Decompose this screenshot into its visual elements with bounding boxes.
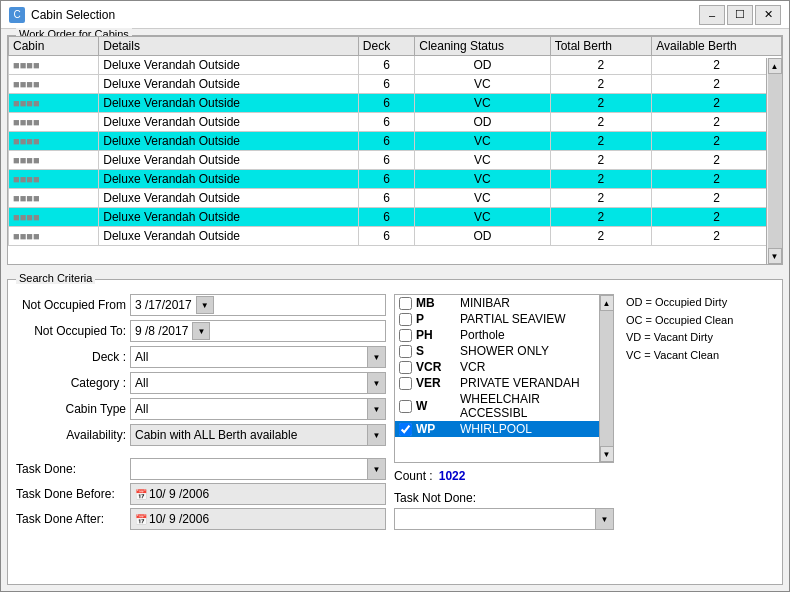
scroll-down-button[interactable]: ▼ (768, 248, 782, 264)
col-details-header: Details (99, 37, 359, 56)
amenity-label: PARTIAL SEAVIEW (460, 312, 566, 326)
table-row[interactable]: ■■■■ Deluxe Verandah Outside 6 VC 2 2 (9, 208, 782, 227)
details-cell: Deluxe Verandah Outside (99, 170, 359, 189)
amenity-checkbox[interactable] (399, 329, 412, 342)
not-occupied-from-label: Not Occupied From (16, 298, 126, 312)
table-row[interactable]: ■■■■ Deluxe Verandah Outside 6 OD 2 2 (9, 113, 782, 132)
deck-dropdown-arrow[interactable]: ▼ (367, 347, 385, 367)
cleaning-cell: VC (415, 170, 550, 189)
task-done-row: Task Done: ▼ (16, 458, 386, 480)
deck-row: Deck : All ▼ (16, 346, 386, 368)
task-done-before-input[interactable]: 📅 10/ 9 /2006 (130, 483, 386, 505)
table-row[interactable]: ■■■■ Deluxe Verandah Outside 6 OD 2 2 (9, 56, 782, 75)
amenity-checkbox[interactable] (399, 313, 412, 326)
table-row[interactable]: ■■■■ Deluxe Verandah Outside 6 VC 2 2 (9, 132, 782, 151)
checkbox-item[interactable]: S SHOWER ONLY (395, 343, 613, 359)
checkbox-item[interactable]: PH Porthole (395, 327, 613, 343)
checkbox-item[interactable]: VCR VCR (395, 359, 613, 375)
table-row[interactable]: ■■■■ Deluxe Verandah Outside 6 VC 2 2 (9, 75, 782, 94)
maximize-button[interactable]: ☐ (727, 5, 753, 25)
not-occupied-from-dropdown[interactable]: ▼ (196, 296, 214, 314)
amenity-checkbox[interactable] (399, 400, 412, 413)
close-button[interactable]: ✕ (755, 5, 781, 25)
cleaning-cell: VC (415, 94, 550, 113)
availability-row: Availability: Cabin with ALL Berth avail… (16, 424, 386, 446)
task-not-done-section: Task Not Done: ▼ (394, 491, 614, 530)
available-berth-cell: 2 (652, 170, 782, 189)
available-berth-cell: 2 (652, 189, 782, 208)
available-berth-cell: 2 (652, 227, 782, 246)
table-row[interactable]: ■■■■ Deluxe Verandah Outside 6 VC 2 2 (9, 189, 782, 208)
scroll-track[interactable] (768, 74, 782, 248)
window-controls: – ☐ ✕ (699, 5, 781, 25)
table-row[interactable]: ■■■■ Deluxe Verandah Outside 6 VC 2 2 (9, 94, 782, 113)
checkbox-item[interactable]: P PARTIAL SEAVIEW (395, 311, 613, 327)
table-scrollbar[interactable]: ▲ ▼ (766, 58, 782, 264)
cb-scroll-track[interactable] (600, 311, 614, 446)
not-occupied-to-input[interactable]: 9 /8 /2017 ▼ (130, 320, 386, 342)
checkbox-container: MB MINIBAR P PARTIAL SEAVIEW PH Porthole… (395, 295, 613, 437)
not-occupied-to-dropdown[interactable]: ▼ (192, 322, 210, 340)
availability-value: Cabin with ALL Berth available (131, 428, 367, 442)
col-cabin-header: Cabin (9, 37, 99, 56)
available-berth-cell: 2 (652, 151, 782, 170)
deck-select[interactable]: All ▼ (130, 346, 386, 368)
cabin-cell: ■■■■ (9, 94, 99, 113)
not-occupied-from-row: Not Occupied From 3 /17/2017 ▼ (16, 294, 386, 316)
cleaning-cell: OD (415, 227, 550, 246)
table-row[interactable]: ■■■■ Deluxe Verandah Outside 6 VC 2 2 (9, 151, 782, 170)
checkbox-item[interactable]: W WHEELCHAIR ACCESSIBL (395, 391, 613, 421)
cabin-type-dropdown-arrow[interactable]: ▼ (367, 399, 385, 419)
details-cell: Deluxe Verandah Outside (99, 151, 359, 170)
details-cell: Deluxe Verandah Outside (99, 227, 359, 246)
details-cell: Deluxe Verandah Outside (99, 208, 359, 227)
not-occupied-from-input[interactable]: 3 /17/2017 ▼ (130, 294, 386, 316)
task-not-done-select[interactable]: ▼ (394, 508, 614, 530)
cleaning-cell: OD (415, 113, 550, 132)
amenity-checkbox[interactable] (399, 377, 412, 390)
category-dropdown-arrow[interactable]: ▼ (367, 373, 385, 393)
deck-cell: 6 (358, 132, 414, 151)
amenity-checkbox[interactable] (399, 423, 412, 436)
category-select[interactable]: All ▼ (130, 372, 386, 394)
availability-select[interactable]: Cabin with ALL Berth available ▼ (130, 424, 386, 446)
checkbox-item[interactable]: VER PRIVATE VERANDAH (395, 375, 613, 391)
task-done-dropdown-arrow[interactable]: ▼ (367, 459, 385, 479)
task-not-done-arrow[interactable]: ▼ (595, 509, 613, 529)
task-done-before-value: 10/ 9 /2006 (149, 487, 209, 501)
search-inner: Not Occupied From 3 /17/2017 ▼ Not Occup… (8, 280, 782, 538)
total-berth-cell: 2 (550, 189, 652, 208)
cleaning-cell: VC (415, 189, 550, 208)
table-row[interactable]: ■■■■ Deluxe Verandah Outside 6 VC 2 2 (9, 170, 782, 189)
task-done-after-input[interactable]: 📅 10/ 9 /2006 (130, 508, 386, 530)
title-bar: C Cabin Selection – ☐ ✕ (1, 1, 789, 29)
task-done-select[interactable]: ▼ (130, 458, 386, 480)
col-deck-header: Deck (358, 37, 414, 56)
checkbox-scrollbar[interactable]: ▲ ▼ (599, 295, 613, 462)
amenity-checkbox[interactable] (399, 345, 412, 358)
available-berth-cell: 2 (652, 132, 782, 151)
minimize-button[interactable]: – (699, 5, 725, 25)
cabin-cell: ■■■■ (9, 189, 99, 208)
count-row: Count : 1022 (394, 469, 614, 483)
table-row[interactable]: ■■■■ Deluxe Verandah Outside 6 OD 2 2 (9, 227, 782, 246)
amenity-code: P (416, 312, 456, 326)
amenity-code: W (416, 399, 456, 413)
checkbox-item[interactable]: WP WHIRLPOOL (395, 421, 613, 437)
amenity-code: VER (416, 376, 456, 390)
main-content: Work Order for Cabins Cabin Details Deck… (1, 29, 789, 591)
cb-scroll-up[interactable]: ▲ (600, 295, 614, 311)
amenity-checkbox[interactable] (399, 297, 412, 310)
scroll-up-button[interactable]: ▲ (768, 58, 782, 74)
cb-scroll-down[interactable]: ▼ (600, 446, 614, 462)
checkbox-item[interactable]: MB MINIBAR (395, 295, 613, 311)
amenity-label: VCR (460, 360, 485, 374)
amenity-checkbox[interactable] (399, 361, 412, 374)
availability-dropdown-arrow[interactable]: ▼ (367, 425, 385, 445)
category-label: Category : (16, 376, 126, 390)
cabin-cell: ■■■■ (9, 113, 99, 132)
cabin-type-select[interactable]: All ▼ (130, 398, 386, 420)
cabin-cell: ■■■■ (9, 151, 99, 170)
search-criteria-group: Search Criteria Not Occupied From 3 /17/… (7, 279, 783, 585)
deck-cell: 6 (358, 151, 414, 170)
